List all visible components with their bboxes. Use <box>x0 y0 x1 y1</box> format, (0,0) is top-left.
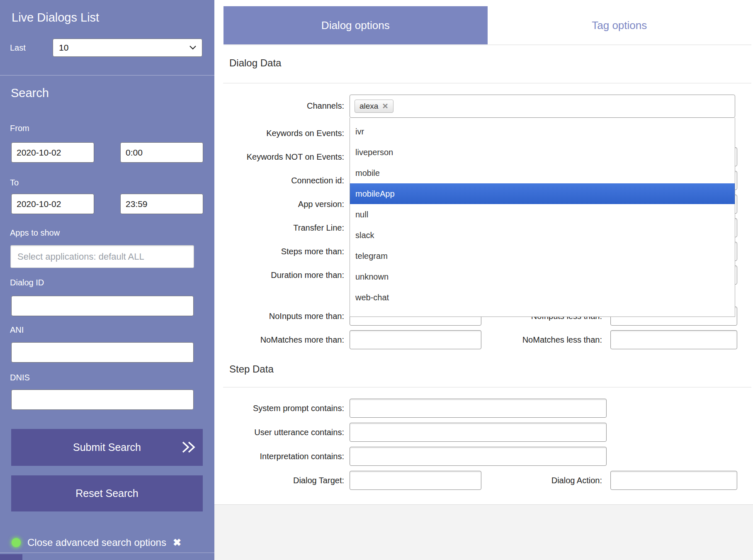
search-title: Search <box>11 86 49 100</box>
section-divider <box>223 83 751 83</box>
form-label: Steps more than: <box>191 246 344 257</box>
last-select[interactable]: 10 <box>53 39 202 57</box>
sidebar-title: Live Dialogs List <box>12 11 99 24</box>
channels-label: Channels: <box>191 100 344 111</box>
to-label: To <box>10 177 19 188</box>
form-label: System prompt contains: <box>182 403 344 414</box>
dropdown-option-highlighted[interactable]: mobileApp <box>350 183 735 204</box>
apps-select-input[interactable] <box>10 245 194 268</box>
form-label: Connection id: <box>191 175 344 186</box>
sidebar-bottom-divider <box>0 553 214 553</box>
channels-multiselect[interactable]: alexa ✕ <box>350 95 735 118</box>
form-label: Interpretation contains: <box>182 451 344 462</box>
dialog-action-input[interactable] <box>610 471 737 490</box>
to-date-input[interactable] <box>11 194 94 214</box>
dropdown-option[interactable]: null <box>350 204 735 225</box>
dropdown-option[interactable]: zxc <box>350 308 735 317</box>
last-label: Last <box>10 42 26 53</box>
submit-search-label: Submit Search <box>73 441 141 453</box>
dropdown-option[interactable]: telegram <box>350 246 735 266</box>
apps-to-show-label: Apps to show <box>10 227 60 238</box>
close-advanced-label: Close advanced search options <box>27 537 166 548</box>
reset-search-button[interactable]: Reset Search <box>11 475 203 511</box>
form-label: App version: <box>191 199 344 209</box>
step-data-heading: Step Data <box>229 363 274 375</box>
channel-chip-label: alexa <box>359 102 378 111</box>
green-dot-icon <box>12 538 21 547</box>
tab-tag-options[interactable]: Tag options <box>488 6 752 44</box>
dnis-label: DNIS <box>10 372 30 383</box>
dropdown-option[interactable]: web-chat <box>350 287 735 308</box>
dialog-id-label: Dialog ID <box>10 277 44 288</box>
channels-dropdown: ivr liveperson mobile mobileApp null sla… <box>350 118 735 317</box>
live-dialogs-page: Live Dialogs List Last 10 Search From To… <box>0 0 753 560</box>
system-prompt-contains-input[interactable] <box>350 399 607 418</box>
tab-dialog-options[interactable]: Dialog options <box>223 6 488 44</box>
tab-bar: Dialog options Tag options <box>223 6 751 45</box>
dropdown-option[interactable]: mobile <box>350 163 735 183</box>
dropdown-option[interactable]: unknown <box>350 266 735 287</box>
close-icon: ✖ <box>173 537 181 548</box>
ani-input[interactable] <box>11 342 194 363</box>
footer-strip <box>214 504 753 560</box>
user-utterance-contains-input[interactable] <box>350 423 607 442</box>
from-label: From <box>10 123 29 134</box>
bottom-corner-block <box>0 554 22 560</box>
dropdown-option[interactable]: liveperson <box>350 142 735 163</box>
last-select-value: 10 <box>59 43 68 53</box>
sidebar: Live Dialogs List Last 10 Search From To… <box>0 0 214 560</box>
nomatches-less-than-input[interactable] <box>610 330 737 349</box>
form-label: Duration more than: <box>191 270 344 280</box>
nomatches-more-than-input[interactable] <box>350 330 481 349</box>
dnis-input[interactable] <box>11 390 194 410</box>
form-label: Transfer Line: <box>191 222 344 233</box>
chevron-down-icon <box>189 46 196 50</box>
close-advanced-search[interactable]: Close advanced search options ✖ <box>12 537 181 548</box>
form-label: NoMatches more than: <box>191 334 344 345</box>
ani-label: ANI <box>10 324 24 335</box>
dialog-data-heading: Dialog Data <box>229 57 281 69</box>
form-label: Keywords NOT on Events: <box>191 151 344 162</box>
chip-remove-icon[interactable]: ✕ <box>382 102 388 111</box>
dialog-target-label: Dialog Target: <box>191 475 344 486</box>
channel-chip-alexa: alexa ✕ <box>355 100 394 113</box>
submit-search-button[interactable]: Submit Search <box>11 429 203 466</box>
reset-search-label: Reset Search <box>75 487 138 499</box>
section-divider <box>223 387 751 387</box>
sidebar-divider <box>0 75 214 75</box>
dialog-target-input[interactable] <box>350 471 481 490</box>
form-label: User utterance contains: <box>182 427 344 438</box>
dropdown-option[interactable]: slack <box>350 225 735 246</box>
form-label: NoInputs more than: <box>191 311 344 321</box>
dialog-id-input[interactable] <box>11 296 194 316</box>
from-date-input[interactable] <box>11 142 94 163</box>
interpretation-contains-input[interactable] <box>350 447 607 466</box>
form-label: Keywords on Events: <box>191 128 344 139</box>
dropdown-option[interactable]: ivr <box>350 121 735 142</box>
